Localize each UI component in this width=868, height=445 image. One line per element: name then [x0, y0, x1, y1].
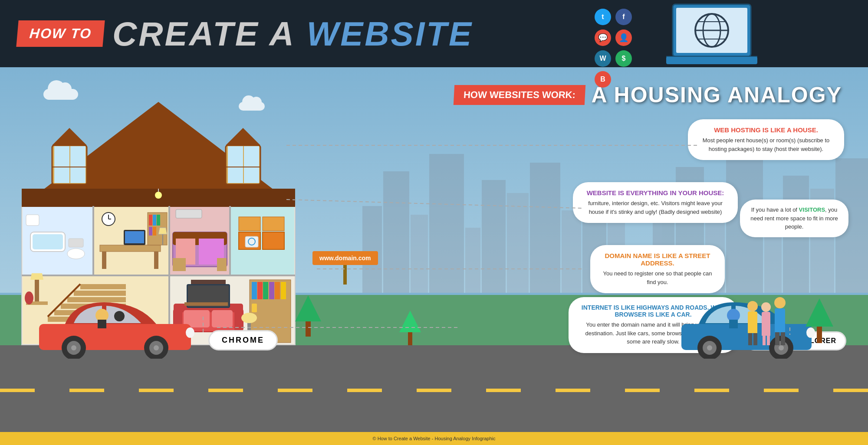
tree-top-right-1 — [806, 298, 833, 327]
svg-rect-54 — [176, 209, 202, 218]
chat-icon: 💬 — [595, 29, 611, 46]
svg-rect-34 — [69, 239, 83, 247]
svg-marker-78 — [30, 273, 43, 280]
svg-marker-52 — [158, 228, 167, 234]
person-3 — [774, 297, 786, 345]
bubble-website: WEBSITE IS EVERYTHING IN YOUR HOUSE: fur… — [573, 182, 738, 223]
svg-point-80 — [25, 291, 33, 304]
svg-rect-60 — [217, 258, 227, 271]
social-icons-group: t f 💬 👤 W $ B — [595, 9, 651, 88]
svg-rect-21 — [244, 146, 259, 183]
person-3-leg-right — [781, 332, 785, 345]
footer: © How to Create a Website - Housing Anal… — [0, 432, 868, 445]
tree-trunk-left-1 — [306, 321, 311, 337]
svg-rect-95 — [263, 282, 268, 299]
road-center-line — [0, 389, 868, 392]
facebook-icon: f — [615, 9, 632, 25]
svg-rect-96 — [269, 282, 274, 299]
svg-rect-47 — [153, 215, 156, 226]
person-1-leg-left — [748, 333, 752, 345]
laptop-icon — [664, 2, 760, 67]
bubble-visitors: If you have a lot of VISITORS, you need … — [740, 200, 848, 237]
svg-point-111 — [186, 327, 194, 338]
how-websites-badge: HOW WEBSITES WORK: — [453, 85, 585, 105]
person-2-leg-left — [763, 336, 766, 345]
blogger-icon: B — [595, 71, 611, 88]
blue-car — [677, 294, 816, 360]
person-1-legs — [748, 333, 757, 345]
person-2 — [761, 302, 771, 345]
svg-rect-16 — [70, 146, 85, 183]
svg-rect-44 — [125, 231, 144, 243]
bubble-domain-body: You need to register one so that people … — [601, 269, 714, 286]
person-1-head — [747, 301, 758, 311]
svg-point-100 — [241, 313, 257, 323]
tree-left-1 — [295, 295, 321, 337]
svg-marker-19 — [226, 128, 260, 145]
people-group — [747, 297, 786, 345]
header: HOW TO CREATE A WEBSITE t f 💬 👤 W $ B — [0, 0, 868, 67]
svg-rect-46 — [149, 215, 152, 226]
svg-point-121 — [779, 345, 784, 350]
bubble-hosting: WEB HOSTING IS LIKE A HOUSE. Most people… — [688, 119, 844, 160]
svg-rect-20 — [228, 146, 243, 183]
bubble-website-title: WEBSITE IS EVERYTHING IN YOUR HOUSE: — [583, 189, 727, 196]
person-2-head — [761, 302, 771, 312]
person-1-body — [748, 311, 757, 333]
bubble-domain-title: DOMAIN NAME IS LIKE A STREET ADDRESS. — [601, 252, 714, 267]
person-3-leg-left — [775, 332, 779, 345]
svg-rect-97 — [275, 282, 280, 299]
svg-rect-101 — [252, 304, 257, 312]
svg-rect-49 — [149, 227, 152, 236]
website-label: WEBSITE — [307, 15, 473, 53]
svg-rect-124 — [729, 320, 738, 328]
infographic: HOW TO CREATE A WEBSITE t f 💬 👤 W $ B — [0, 0, 868, 445]
svg-rect-40 — [100, 245, 161, 252]
svg-rect-48 — [157, 215, 160, 226]
footer-text: © How to Create a Website - Housing Anal… — [372, 436, 495, 441]
svg-rect-74 — [80, 284, 126, 289]
create-a-label: CREATE A — [112, 15, 296, 53]
red-car — [35, 294, 200, 360]
tree-right-1 — [806, 298, 833, 343]
person-icon: 👤 — [615, 29, 632, 46]
svg-rect-65 — [263, 217, 284, 231]
chrome-text: CHROME — [222, 336, 264, 344]
svg-rect-42 — [154, 252, 158, 269]
tree-top-left-1 — [295, 295, 321, 321]
header-title: CREATE A WEBSITE — [112, 17, 473, 51]
svg-rect-64 — [239, 217, 260, 231]
person-1-leg-right — [753, 333, 757, 345]
how-to-badge: HOW TO — [16, 20, 105, 47]
svg-rect-94 — [257, 282, 263, 299]
svg-point-33 — [67, 249, 85, 259]
person-3-head — [774, 297, 786, 308]
tree-top-left-2 — [399, 311, 421, 332]
svg-rect-32 — [33, 234, 63, 249]
bubble-hosting-title: WEB HOSTING IS LIKE A HOUSE. — [698, 126, 834, 134]
bubble-domain: DOMAIN NAME IS LIKE A STREET ADDRESS. Yo… — [590, 245, 725, 293]
person-1 — [747, 301, 758, 345]
tree-trunk-left-2 — [408, 332, 412, 345]
svg-rect-59 — [173, 258, 186, 271]
bubble-website-body: furniture, interior design, etc. Visitor… — [583, 199, 727, 216]
person-2-leg-right — [767, 336, 770, 345]
svg-rect-41 — [102, 252, 106, 269]
chrome-label: CHROME — [208, 330, 278, 350]
twitter-icon: t — [595, 9, 611, 25]
svg-rect-93 — [252, 282, 257, 299]
person-3-legs — [775, 332, 785, 345]
svg-rect-50 — [153, 227, 156, 236]
wordpress-icon: W — [595, 50, 611, 67]
domain-sign: www.domain.com — [312, 251, 378, 285]
tree-left-2 — [399, 311, 421, 345]
svg-point-107 — [71, 345, 76, 350]
svg-point-114 — [114, 311, 125, 321]
svg-point-110 — [154, 345, 159, 350]
svg-rect-35 — [26, 215, 39, 226]
svg-marker-14 — [52, 128, 87, 145]
svg-rect-63 — [263, 232, 284, 249]
svg-rect-85 — [234, 308, 243, 332]
svg-point-23 — [155, 192, 162, 199]
svg-rect-15 — [54, 146, 69, 183]
